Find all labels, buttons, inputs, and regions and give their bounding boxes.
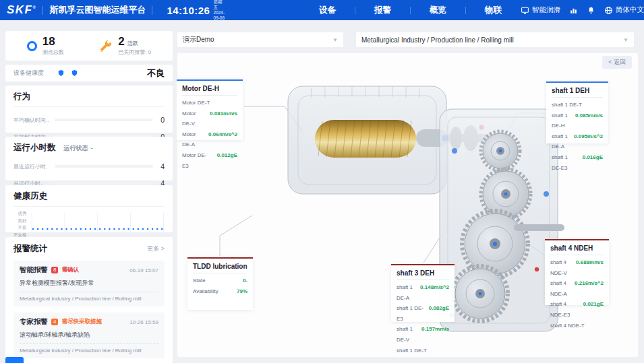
measurement-label: shaft 4 NDE-A [550, 278, 570, 299]
measurement-label: shaft 4 NDE-T [550, 321, 585, 331]
measurement-value: 0.021gE [583, 299, 604, 310]
sensor-panel-shaft-4-ndeh[interactable]: shaft 4 NDEH shaft 4 NDE-V0.688mm/s shaf… [545, 239, 609, 305]
running-hours-header: 运行小时数 运行状态- [13, 142, 165, 154]
gear [452, 266, 508, 321]
alarm-description: 异常检测模型报警/发现异常 [20, 279, 158, 288]
divider [152, 6, 152, 15]
measurement-value: 0.016gE [583, 152, 603, 163]
bearing-marker [544, 191, 549, 197]
running-hours-card: 运行小时数 运行状态- 最近运行小时.. 4 总运行小时.. 4 [5, 137, 173, 180]
bell-icon[interactable] [587, 6, 595, 15]
running-status: 运行状态- [64, 144, 93, 153]
context-selectors: 演示Demo ▼ Metallurgical Industry / Produc… [177, 32, 635, 48]
panel-title: TLDD lubrication [193, 263, 247, 273]
app-window: SKF® 斯凯孚云图智能运维平台 14:10:26 星期五 2024-09-06… [0, 0, 644, 363]
nav-iot[interactable]: 物联 [466, 5, 521, 16]
running-status-label: 运行状态 [64, 145, 88, 152]
nav-alarms[interactable]: 报警 [355, 5, 410, 16]
running-status-value: - [91, 145, 93, 152]
measurement-label: shaft 1 DE-T [397, 345, 427, 356]
alarm-stats-card: 报警统计 更多 > 智能报警 8 需确认 06-19 15:07 异常检测模型报… [5, 237, 173, 363]
measurement-label: Motor DE-V [182, 108, 206, 129]
machine-3d-viewer[interactable]: < 返回 [177, 53, 639, 358]
sensor-panel-motor-de-h[interactable]: Motor DE-H Motor DE-T Motor DE-V0.081mm/… [177, 79, 243, 140]
divider [20, 292, 158, 292]
demo-selector[interactable]: 演示Demo ▼ [177, 32, 344, 48]
behavior-row: 平均确认时间.. 0 [13, 116, 165, 124]
globe-icon [604, 6, 613, 15]
measurement-label: shaft 1 DE-A [552, 131, 570, 152]
wrench-icon [98, 39, 113, 53]
hours-row: 最近运行小时.. 4 [13, 162, 165, 170]
bottom-left-partial-button[interactable] [5, 357, 24, 363]
top-header-bar: SKF® 斯凯孚云图智能运维平台 14:10:26 星期五 2024-09-06… [0, 0, 644, 20]
alarm-date: 06-19 15:07 [129, 267, 158, 273]
divider [20, 343, 158, 344]
measurement-label: shaft 1 DE-V [397, 324, 417, 345]
meter-track [55, 182, 153, 185]
sensor-panel-tldd-lubrication[interactable]: TLDD lubrication State0. Availability79% [187, 257, 253, 310]
level-label: 良好 [13, 219, 27, 224]
weekday-label: 星期五 [213, 0, 225, 10]
device-health-card: 设备健康度 不良 [5, 65, 173, 81]
points-total-label: 测点总数 [42, 48, 64, 56]
header-actions: 智能润滑 简体中文 Yuchen Liu ▼ 退出登录 [521, 5, 644, 15]
measurement-value: 0. [243, 275, 247, 286]
nav-devices[interactable]: 设备 [300, 5, 355, 16]
alarm-description: 滚动轴承/球轴承/轴承缺陷 [20, 331, 158, 339]
running-hours-title: 运行小时数 [13, 142, 56, 154]
meter-label: 最近运行小时.. [13, 163, 50, 170]
app-title: 斯凯孚云图智能运维平台 [49, 4, 146, 16]
measurement-label: Motor DE-A [182, 129, 204, 150]
measurement-label: shaft 4 NDE-E3 [550, 299, 579, 320]
measurement-label: Motor DE-T [182, 98, 210, 108]
measurement-label: shaft 1 DE-H [552, 110, 571, 131]
meter-track [55, 165, 153, 168]
bearing-marker [452, 148, 457, 154]
points-total-stat: 18 测点总数 [27, 36, 64, 56]
circle-ring-icon [27, 41, 37, 51]
language-switcher[interactable]: 简体中文 [604, 5, 644, 15]
stats-card: 18 测点总数 2 活跃 已关闭报警: 0 [5, 31, 173, 61]
back-button[interactable]: < 返回 [602, 56, 632, 69]
demo-selector-value: 演示Demo [183, 35, 214, 44]
measurement-value: 0.081mm/s [210, 108, 237, 119]
alarm-list-item[interactable]: 专家报警 4 需尽快采取措施 10-26 15:59 滚动轴承/球轴承/轴承缺陷… [13, 312, 165, 358]
health-history-card: 健康历史 优秀 良好 不良 不合格 [5, 185, 173, 232]
panel-title: Motor DE-H [182, 85, 237, 96]
alarm-date: 10-26 15:59 [129, 319, 158, 325]
measurement-label: Availability [193, 286, 218, 297]
history-plot [30, 211, 165, 238]
alarm-asset-path: Metallurgical Industry / Production line… [20, 296, 158, 302]
chart-icon[interactable] [569, 6, 578, 15]
alarm-count-badge: 8 [51, 267, 58, 273]
points-total-value: 18 [42, 36, 64, 47]
behavior-title: 行为 [13, 91, 165, 107]
alarm-count-badge: 4 [51, 319, 58, 325]
sensor-panel-shaft-1-deh[interactable]: shaft 1 DEH shaft 1 DE-T shaft 1 DE-H0.0… [546, 81, 608, 143]
active-alarms-stat: 2 活跃 已关闭报警: 0 [98, 36, 151, 56]
measurement-value: 0.688mm/s [576, 257, 604, 268]
alarm-type: 智能报警 [20, 265, 48, 275]
meter-track [55, 119, 153, 121]
measurement-label: shaft 1 DE-E3 [552, 152, 579, 173]
meter-value: 4 [158, 162, 165, 170]
panel-title: shaft 1 DEH [552, 87, 603, 98]
nav-overview[interactable]: 概览 [411, 5, 465, 16]
language-label: 简体中文 [616, 5, 644, 15]
alarm-list-item[interactable]: 智能报警 8 需确认 06-19 15:07 异常检测模型报警/发现异常 Met… [13, 261, 165, 306]
smart-lubrication-button[interactable]: 智能润滑 [521, 5, 560, 15]
monitor-icon [521, 6, 529, 15]
level-label: 不良 [13, 226, 27, 230]
sensor-dot-red [535, 267, 539, 271]
alarm-flag: 需确认 [61, 266, 79, 274]
level-label: 优秀 [13, 211, 27, 216]
more-link[interactable]: 更多 > [147, 244, 165, 253]
measurement-label: shaft 1 DE-T [552, 100, 582, 110]
asset-path-selector[interactable]: Metallurgical Industry / Production line… [355, 32, 635, 48]
meter-label: 平均确认时间.. [13, 117, 50, 124]
sensor-panel-shaft-3-deh[interactable]: shaft 3 DEH shaft 1 DE-A0.148m/s^2 shaft… [391, 264, 455, 322]
measurement-label: State [193, 275, 206, 286]
health-history-chart: 优秀 良好 不良 不合格 [13, 211, 165, 238]
alarm-stats-title: 报警统计 [13, 243, 47, 255]
